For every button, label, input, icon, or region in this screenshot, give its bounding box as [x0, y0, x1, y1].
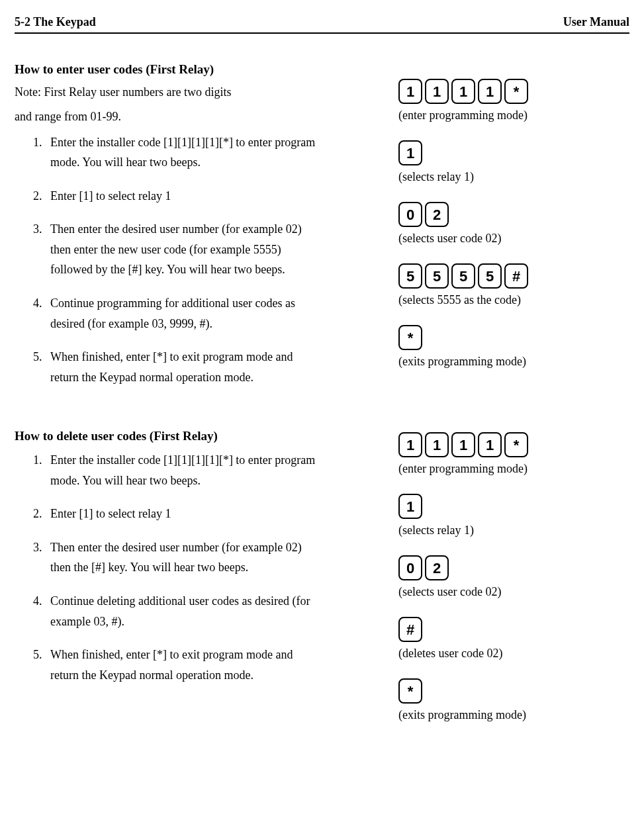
key-caption: (selects 5555 as the code) — [398, 291, 629, 309]
right-column: 1 1 1 1 * (enter programming mode) 1 (se… — [398, 60, 629, 400]
step-item: Then enter the desired user number (for … — [45, 537, 385, 578]
key-1-icon: 1 — [398, 494, 422, 519]
key-1-icon: 1 — [398, 140, 422, 165]
section-delete-user-codes: How to delete user codes (First Relay) E… — [15, 427, 629, 740]
key-2-icon: 2 — [425, 202, 449, 227]
key-1-icon: 1 — [478, 79, 502, 104]
step-item: Enter [1] to select relay 1 — [45, 186, 385, 206]
key-star-icon: * — [504, 432, 528, 457]
key-caption: (deletes user code 02) — [398, 645, 629, 663]
key-1-icon: 1 — [478, 432, 502, 457]
key-row: 1 1 1 1 * — [398, 79, 629, 104]
step-item: Enter the installer code [1][1][1][1][*]… — [45, 450, 385, 490]
section-title: How to enter user codes (First Relay) — [15, 60, 385, 79]
steps-list: Enter the installer code [1][1][1][1][*]… — [33, 450, 385, 685]
step-item: Continue deleting additional user codes … — [45, 591, 385, 631]
left-column: How to enter user codes (First Relay) No… — [15, 60, 385, 400]
key-1-icon: 1 — [398, 432, 422, 457]
key-1-icon: 1 — [451, 79, 475, 104]
key-star-icon: * — [504, 79, 528, 104]
key-hash-icon: # — [504, 263, 528, 289]
key-caption: (selects user code 02) — [398, 583, 629, 601]
key-row: 0 2 — [398, 202, 629, 227]
step-item: When finished, enter [*] to exit program… — [45, 347, 385, 387]
key-hash-icon: # — [398, 617, 422, 642]
key-5-icon: 5 — [478, 263, 502, 289]
key-2-icon: 2 — [425, 555, 449, 580]
note-line-1: Note: First Relay user numbers are two d… — [15, 83, 385, 101]
key-caption: (exits programming mode) — [398, 706, 629, 724]
left-column: How to delete user codes (First Relay) E… — [15, 427, 385, 740]
page-header: 5-2 The Keypad User Manual — [15, 13, 629, 34]
key-row: * — [398, 325, 629, 350]
key-5-icon: 5 — [451, 263, 475, 289]
key-caption: (selects relay 1) — [398, 168, 629, 186]
key-star-icon: * — [398, 678, 422, 704]
step-item: When finished, enter [*] to exit program… — [45, 645, 385, 685]
step-item: Continue programming for additional user… — [45, 293, 385, 334]
key-caption: (selects relay 1) — [398, 522, 629, 539]
key-0-icon: 0 — [398, 202, 422, 227]
key-row: # — [398, 617, 629, 642]
steps-list: Enter the installer code [1][1][1][1][*]… — [33, 132, 385, 388]
key-row: * — [398, 678, 629, 704]
header-right: User Manual — [563, 13, 629, 31]
key-0-icon: 0 — [398, 555, 422, 580]
key-5-icon: 5 — [398, 263, 422, 289]
key-1-icon: 1 — [425, 432, 449, 457]
key-row: 1 — [398, 494, 629, 519]
step-item: Enter the installer code [1][1][1][1][*]… — [45, 132, 385, 173]
key-1-icon: 1 — [398, 79, 422, 104]
key-1-icon: 1 — [425, 79, 449, 104]
right-column: 1 1 1 1 * (enter programming mode) 1 (se… — [398, 427, 629, 740]
key-row: 1 — [398, 140, 629, 165]
key-caption: (exits programming mode) — [398, 353, 629, 371]
header-left: 5-2 The Keypad — [15, 13, 96, 31]
key-row: 5 5 5 5 # — [398, 263, 629, 289]
key-1-icon: 1 — [451, 432, 475, 457]
key-star-icon: * — [398, 325, 422, 350]
section-title: How to delete user codes (First Relay) — [15, 427, 385, 446]
key-row: 0 2 — [398, 555, 629, 580]
section-enter-user-codes: How to enter user codes (First Relay) No… — [15, 60, 629, 400]
key-5-icon: 5 — [425, 263, 449, 289]
step-item: Then enter the desired user number (for … — [45, 219, 385, 280]
note-line-2: and range from 01-99. — [15, 108, 385, 126]
key-caption: (selects user code 02) — [398, 230, 629, 248]
step-item: Enter [1] to select relay 1 — [45, 504, 385, 524]
key-caption: (enter programming mode) — [398, 107, 629, 124]
key-caption: (enter programming mode) — [398, 460, 629, 478]
key-row: 1 1 1 1 * — [398, 432, 629, 457]
